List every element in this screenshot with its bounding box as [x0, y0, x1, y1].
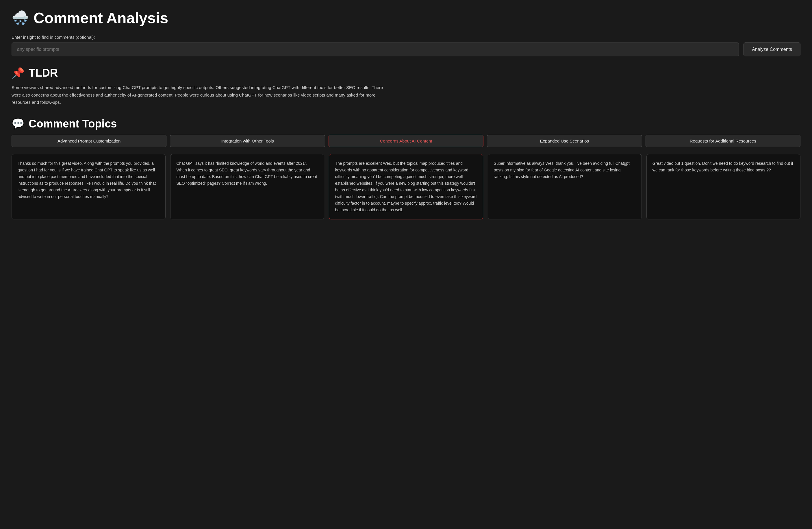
- tldr-heading: TLDR: [29, 67, 58, 79]
- tab-concerns-ai[interactable]: Concerns About AI Content: [329, 135, 483, 147]
- comment-card-3: The prompts are excellent Wes, but the t…: [329, 154, 483, 220]
- cards-grid: Thanks so much for this great video. Alo…: [12, 154, 800, 220]
- topics-heading: Comment Topics: [29, 118, 117, 130]
- tab-advanced-prompt[interactable]: Advanced Prompt Customization: [12, 135, 166, 147]
- tab-integration[interactable]: Integration with Other Tools: [170, 135, 325, 147]
- insight-input[interactable]: [12, 43, 739, 56]
- tldr-text: Some viewers shared advanced methods for…: [12, 84, 387, 106]
- topics-section-title: 💬 Comment Topics: [12, 118, 800, 130]
- page-title-icon: 🌨️: [12, 10, 29, 26]
- analyze-button[interactable]: Analyze Comments: [743, 43, 800, 56]
- comment-card-4: Super informative as always Wes, thank y…: [488, 154, 642, 220]
- comment-card-2: Chat GPT says it has "limited knowledge …: [170, 154, 324, 220]
- tldr-section-title: 📌 TLDR: [12, 67, 800, 79]
- topics-tabs: Advanced Prompt Customization Integratio…: [12, 135, 800, 147]
- tldr-icon: 📌: [12, 67, 25, 79]
- topics-icon: 💬: [12, 118, 25, 130]
- tab-additional-resources[interactable]: Requests for Additional Resources: [646, 135, 800, 147]
- page-title: Comment Analysis: [33, 9, 168, 27]
- input-label: Enter insight to find in comments (optio…: [12, 35, 800, 40]
- tab-expanded-use[interactable]: Expanded Use Scenarios: [487, 135, 642, 147]
- comment-card-1: Thanks so much for this great video. Alo…: [12, 154, 165, 220]
- comment-topics-section: 💬 Comment Topics Advanced Prompt Customi…: [12, 118, 800, 220]
- page-title-section: 🌨️ Comment Analysis: [12, 9, 800, 27]
- comment-card-5: Great video but 1 question. Don't we nee…: [647, 154, 800, 220]
- input-row: Analyze Comments: [12, 43, 800, 56]
